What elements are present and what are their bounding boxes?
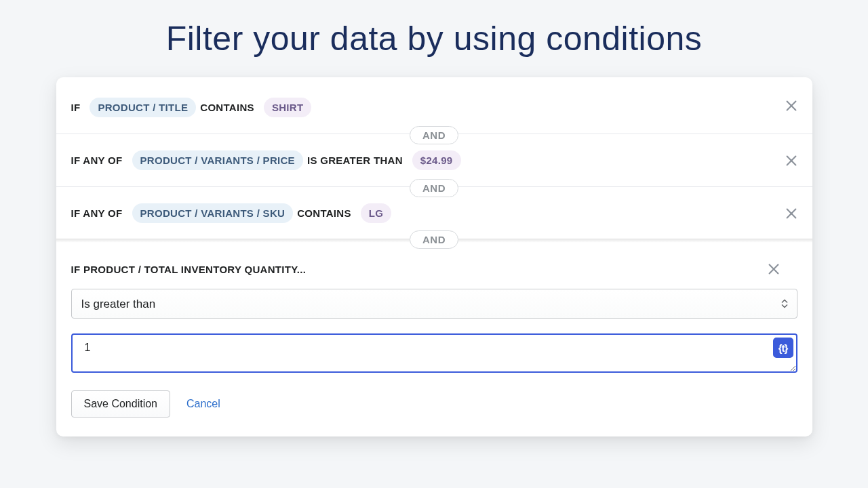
condition-operator: CONTAINS (200, 102, 254, 113)
operator-select-wrap: Is greater than (71, 289, 797, 319)
operator-select[interactable]: Is greater than (71, 289, 797, 319)
editor-actions: Save Condition Cancel (56, 390, 812, 418)
value-chip[interactable]: SHIRT (264, 98, 312, 117)
and-badge: AND (410, 230, 458, 249)
condition-editor: IF PRODUCT / TOTAL INVENTORY QUANTITY...… (56, 243, 812, 375)
field-chip[interactable]: PRODUCT / VARIANTS / SKU (132, 203, 294, 223)
page-title: Filter your data by using conditions (0, 0, 868, 77)
close-icon[interactable] (766, 262, 781, 277)
close-icon[interactable] (784, 206, 799, 221)
condition-prefix: IF ANY OF (71, 155, 123, 166)
condition-operator: IS GREATER THAN (307, 155, 403, 166)
value-input-wrap: {t} (71, 333, 797, 375)
and-badge: AND (410, 126, 458, 144)
conditions-panel: IF PRODUCT / TITLE CONTAINS SHIRT AND IF… (56, 77, 812, 436)
close-icon[interactable] (784, 153, 799, 168)
save-condition-button[interactable]: Save Condition (71, 390, 171, 418)
condition-row: IF PRODUCT / TITLE CONTAINS SHIRT AND (56, 77, 812, 134)
value-chip[interactable]: LG (361, 203, 391, 223)
field-chip[interactable]: PRODUCT / TITLE (90, 98, 196, 117)
condition-operator: CONTAINS (297, 207, 351, 219)
value-chip[interactable]: $24.99 (412, 150, 461, 170)
condition-prefix: IF (71, 102, 81, 113)
close-icon[interactable] (784, 98, 799, 113)
and-badge: AND (410, 179, 458, 197)
editor-label: IF PRODUCT / TOTAL INVENTORY QUANTITY... (71, 264, 307, 275)
cancel-button[interactable]: Cancel (186, 398, 220, 410)
token-insert-button[interactable]: {t} (773, 338, 793, 358)
condition-prefix: IF ANY OF (71, 207, 123, 219)
value-input[interactable] (71, 333, 797, 373)
field-chip[interactable]: PRODUCT / VARIANTS / PRICE (132, 150, 303, 170)
